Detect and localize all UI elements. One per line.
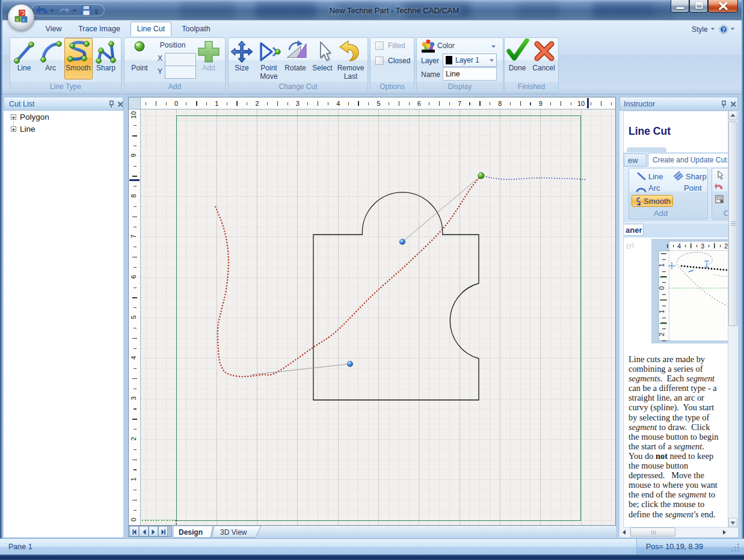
svg-text:c: c xyxy=(23,17,25,23)
svg-text:2: 2 xyxy=(658,333,665,336)
svg-text:?: ? xyxy=(722,26,725,33)
svg-text:2: 2 xyxy=(724,242,728,250)
svg-text:0: 0 xyxy=(658,286,665,290)
svg-text:1: 1 xyxy=(658,263,665,267)
svg-text:4: 4 xyxy=(677,242,681,250)
svg-text:a: a xyxy=(16,17,19,22)
svg-text:Design: Design xyxy=(179,528,203,537)
svg-text:3D View: 3D View xyxy=(220,528,247,537)
svg-text:1: 1 xyxy=(658,310,665,313)
svg-text:(y): (y) xyxy=(626,241,635,250)
svg-text:3: 3 xyxy=(701,242,704,250)
